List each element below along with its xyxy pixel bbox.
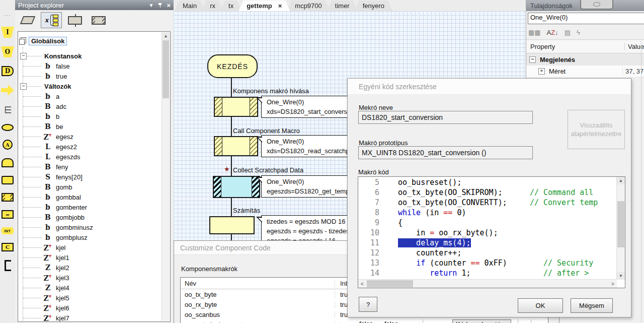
vertical-scrollbar-thumb[interactable]	[617, 201, 624, 247]
cancel-button[interactable]: Mégsem	[571, 298, 613, 313]
code-line-9[interactable]: 9{	[358, 218, 616, 228]
code-line-7[interactable]: 7oo_tx_byte(OO_CONVERTT); // Convert tem…	[358, 198, 616, 208]
component-macro-tool-icon[interactable]	[2, 193, 14, 202]
help-button[interactable]: ?	[359, 297, 377, 312]
tree-item-gombplusz[interactable]: bgombplusz	[18, 232, 162, 242]
events-icon[interactable]: ϟ	[577, 29, 580, 36]
decision-tool-icon[interactable]	[1, 85, 14, 96]
tree-item-fenys[20][interactable]: Sfenys[20]	[18, 172, 162, 182]
chart-view-button[interactable]	[17, 12, 38, 28]
tree-item-gombenter[interactable]: bgombenter	[18, 202, 162, 212]
tree-item-kjel4[interactable]: Zkjel4	[18, 283, 162, 293]
scroll-left-icon[interactable]: <	[358, 281, 366, 287]
component-macro-block-1[interactable]	[214, 97, 258, 117]
floating-toolbar-button[interactable]	[580, 0, 613, 10]
tree-item-egesz[interactable]: Z+egesz	[18, 132, 162, 142]
macro-view-button[interactable]	[64, 12, 86, 28]
delay-tool-icon[interactable]: D	[2, 66, 14, 76]
component-macro-view-button[interactable]	[88, 12, 109, 28]
tree-item-kjel7[interactable]: Z+kjel7	[18, 313, 162, 322]
tab-gettemp[interactable]: gettemp×	[238, 1, 290, 11]
tree-item-gombjobb[interactable]: Bgombjobb	[18, 212, 162, 222]
code-line-12[interactable]: 12 counter++;	[358, 248, 616, 259]
tree-item-kjel1[interactable]: Z+kjel1	[18, 252, 162, 263]
tree-item-feny[interactable]: Bfeny	[18, 162, 162, 172]
tree-item-egeszds[interactable]: Legeszds	[18, 152, 162, 162]
tree-item-gombbal[interactable]: bgombbal	[18, 192, 162, 202]
code-line-14[interactable]: 14 return 1; // after >	[358, 269, 616, 279]
loop-tool-icon[interactable]	[2, 158, 14, 167]
pin-icon[interactable]	[157, 3, 163, 8]
tree-item-be[interactable]: Bbe	[18, 121, 162, 132]
tab-mcp9700[interactable]: mcp9700	[287, 1, 330, 11]
property-pages-icon[interactable]: ▤	[565, 29, 571, 36]
dialog-titlebar[interactable]: Egyéni kód szerkesztése	[348, 79, 631, 95]
code-line-11[interactable]: 11 delay_ms(4);	[358, 238, 616, 248]
macro-prototype-input[interactable]	[358, 146, 533, 159]
tree-item-Változók[interactable]: −Változók	[18, 81, 162, 91]
connection-point-tool-icon[interactable]: A	[3, 140, 13, 150]
tree-item-Konstansok[interactable]: −Konstansok	[18, 51, 162, 61]
input-tool-icon[interactable]: I	[1, 27, 14, 38]
collapse-icon[interactable]: −	[529, 56, 536, 63]
component-macro-block-2[interactable]	[214, 136, 258, 156]
start-block[interactable]: KEZDÉS	[207, 54, 258, 78]
ok-button[interactable]: OK	[518, 298, 563, 313]
tree-item-false[interactable]: bfalse	[18, 61, 162, 71]
macro-name-input[interactable]	[358, 111, 533, 124]
chevron-down-icon[interactable]: ▼	[149, 3, 154, 8]
code-horizontal-scrollbar[interactable]: < >	[358, 279, 617, 288]
code-line-10[interactable]: 10 in = oo_rx_byte();	[358, 228, 616, 238]
interrupt-tool-icon[interactable]: INT	[1, 227, 14, 234]
tree-root-globals[interactable]: Globálisok	[19, 36, 67, 46]
horizontal-scrollbar-thumb[interactable]	[367, 280, 413, 287]
code-line-6[interactable]: 6oo_tx_byte(OO_SKIPROM); // Command all	[358, 188, 616, 198]
calculation-tool-icon[interactable]: =	[2, 210, 14, 219]
tab-tx[interactable]: tx	[220, 1, 242, 11]
categorized-view-icon[interactable]: ▦▦	[528, 29, 541, 36]
tree-item-kjel2[interactable]: Zkjel2	[18, 263, 162, 273]
tree-scrollbar[interactable]: ▲	[162, 32, 170, 321]
component-macro-block-3-selected[interactable]	[213, 176, 260, 198]
variables-view-button[interactable]: x	[41, 12, 62, 28]
component-selector[interactable]: One_Wire(0)	[528, 13, 644, 24]
code-vertical-scrollbar[interactable]: ▲ ▼	[616, 177, 625, 280]
tab-fenyero[interactable]: fenyero	[355, 1, 392, 11]
tree-item-kjel5[interactable]: Z+kjel5	[18, 293, 162, 303]
tree-item-kjel[interactable]: Z+kjel	[18, 242, 162, 252]
tree-item-a[interactable]: ba	[18, 91, 162, 101]
reset-to-default-button[interactable]: Visszaállíts alapértelmezettre	[568, 110, 625, 149]
calculation-block[interactable]	[209, 216, 255, 234]
tree-item-gomb[interactable]: Bgomb	[18, 182, 162, 192]
tree-item-true[interactable]: btrue	[18, 71, 162, 81]
tab-Main[interactable]: Main	[175, 1, 205, 11]
c-code-tool-icon[interactable]: C	[2, 243, 14, 251]
code-line-8[interactable]: 8while (in == 0)	[358, 208, 616, 218]
macro-tool-icon[interactable]	[2, 176, 14, 184]
close-icon[interactable]: ×	[167, 2, 171, 9]
expand-icon[interactable]: +	[538, 68, 545, 75]
scroll-up-icon[interactable]: ▲	[162, 32, 170, 40]
tree-item-gombminusz[interactable]: bgombminusz	[18, 222, 162, 232]
scroll-down-icon[interactable]: ▼	[617, 272, 625, 280]
tab-close-icon[interactable]: ×	[278, 2, 282, 10]
connection-tool-icon[interactable]	[2, 124, 14, 131]
tree-item-b[interactable]: bb	[18, 111, 162, 121]
sort-az-icon[interactable]: AZ↓	[547, 29, 558, 36]
scroll-right-icon[interactable]: >	[609, 281, 617, 287]
comment-tool-icon[interactable]	[5, 260, 11, 271]
tree-item-adc[interactable]: Badc	[18, 101, 162, 111]
tab-rx[interactable]: rx	[202, 1, 223, 11]
tree-item-kjel3[interactable]: Z+kjel3	[18, 273, 162, 283]
output-tool-icon[interactable]: O	[1, 46, 14, 57]
tree-scrollbar-thumb[interactable]	[163, 40, 169, 98]
macro-row-oo_get_devicecount[interactable]: oo_get_devicecounttruefalsefalseKód szer…	[181, 319, 548, 323]
tree-item-egesz2[interactable]: Legesz2	[18, 142, 162, 152]
code-line-5[interactable]: 5oo_busreset();	[358, 178, 616, 188]
macro-code-editor[interactable]: 5oo_busreset();6oo_tx_byte(OO_SKIPROM); …	[358, 176, 625, 288]
switch-tool-icon[interactable]: Ш	[1, 104, 14, 115]
code-line-13[interactable]: 13 if (counter == 0xFF) // Security	[358, 259, 616, 269]
toolbar-grip[interactable]: ···	[0, 0, 15, 18]
tab-timer[interactable]: timer	[327, 1, 358, 11]
scroll-up-icon[interactable]: ▲	[617, 177, 625, 184]
